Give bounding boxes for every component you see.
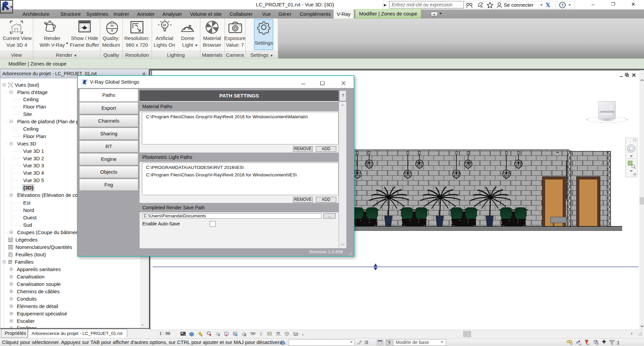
svg-text:‹: ‹ [302,332,303,337]
svg-text:?: ? [561,3,564,8]
svg-text:x: x [226,334,227,337]
svg-text:?: ? [283,342,285,346]
svg-text:x: x [201,334,202,337]
svg-text:9: 9 [218,334,220,337]
svg-text:x: x [579,340,580,343]
svg-text:Se connecter: Se connecter [504,2,533,8]
svg-text:x: x [596,340,597,343]
svg-text:ARRIÈRE: ARRIÈRE [599,110,614,114]
svg-text:𝕏: 𝕏 [546,2,550,8]
svg-text:x: x [209,333,211,337]
svg-text:9: 9 [236,334,237,337]
